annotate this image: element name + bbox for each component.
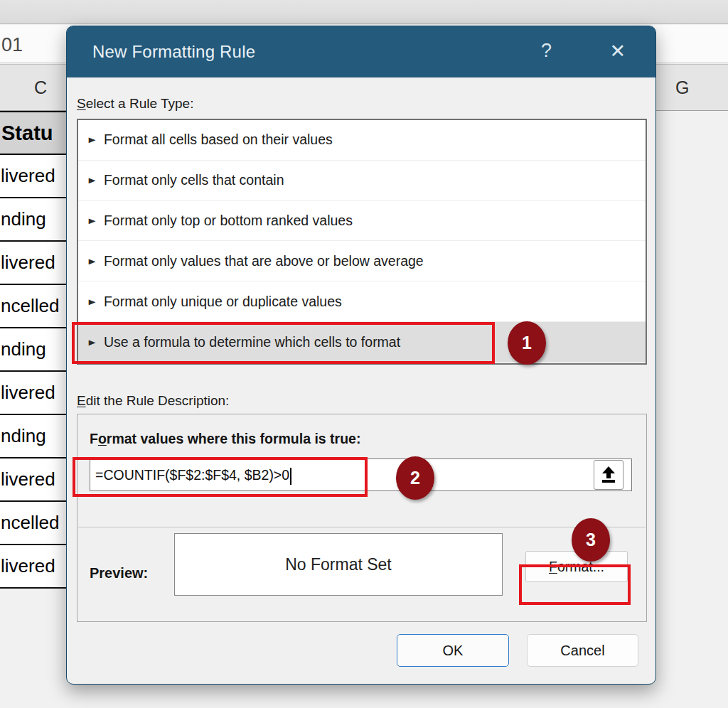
table-cell[interactable]: ncelled <box>0 502 67 545</box>
rule-type-option-unique[interactable]: ► Format only unique or duplicate values <box>78 281 646 322</box>
annotation-badge-step1: 1 <box>508 321 546 365</box>
table-cell[interactable]: livered <box>0 155 67 198</box>
arrow-bullet-icon: ► <box>86 215 97 226</box>
format-preview: No Format Set <box>174 533 503 596</box>
rule-type-option-average[interactable]: ► Format only values that are above or b… <box>78 241 646 281</box>
groupbox-divider <box>78 527 646 527</box>
table-header-cell[interactable]: Statu <box>0 111 67 155</box>
rule-type-option-values[interactable]: ► Format all cells based on their values <box>78 120 646 161</box>
rule-type-option-contain[interactable]: ► Format only cells that contain <box>78 161 646 201</box>
formula-bar-text-fragment: 01 <box>1 34 23 56</box>
label-text: elect a Rule Type: <box>86 96 194 111</box>
accel-letter: E <box>77 393 86 408</box>
annotation-box-step2 <box>73 457 368 497</box>
preview-text: No Format Set <box>285 555 392 574</box>
table-cell[interactable]: ncelled <box>0 285 67 328</box>
table-cell[interactable]: livered <box>0 458 67 502</box>
annotation-box-step3 <box>519 564 631 605</box>
option-label: Format only cells that contain <box>104 172 284 188</box>
close-icon[interactable]: ✕ <box>609 40 626 63</box>
cancel-button[interactable]: Cancel <box>527 634 638 667</box>
rule-type-option-ranked[interactable]: ► Format only top or bottom ranked value… <box>78 201 646 242</box>
option-label: Format only values that are above or bel… <box>104 253 424 269</box>
rule-description-label: Edit the Rule Description: <box>77 393 229 409</box>
help-icon[interactable]: ? <box>541 40 552 62</box>
column-header-c[interactable]: C <box>34 77 47 98</box>
preview-label: Preview: <box>90 565 148 581</box>
annotation-box-step1 <box>72 322 495 364</box>
dialog-title: New Formatting Rule <box>92 42 255 62</box>
table-cell[interactable]: livered <box>0 545 67 589</box>
table-cell[interactable]: nding <box>0 415 67 458</box>
ribbon-bottom-strip <box>0 0 728 24</box>
option-label: Format only top or bottom ranked values <box>104 213 353 229</box>
option-label: Format all cells based on their values <box>104 132 333 148</box>
arrow-bullet-icon: ► <box>86 256 97 267</box>
arrow-bullet-icon: ► <box>86 296 97 307</box>
column-header-g[interactable]: G <box>675 77 689 98</box>
option-label: Format only unique or duplicate values <box>104 294 342 310</box>
label-text: dit the Rule Description: <box>86 393 230 408</box>
formula-prompt-label: Format values where this formula is true… <box>90 431 360 447</box>
table-cell[interactable]: nding <box>0 198 67 242</box>
ok-button[interactable]: OK <box>397 634 509 667</box>
table-cell[interactable]: nding <box>0 328 67 372</box>
dialog-titlebar[interactable]: New Formatting Rule ? ✕ <box>67 26 655 77</box>
accel-letter: S <box>77 96 86 111</box>
status-column-fragment: Statu livered nding livered ncelled ndin… <box>0 111 67 589</box>
collapse-dialog-button[interactable] <box>594 460 623 490</box>
screen: 01 C G Statu livered nding livered ncell… <box>0 0 728 708</box>
annotation-badge-step2: 2 <box>396 456 434 500</box>
arrow-bullet-icon: ► <box>86 134 97 145</box>
accel-letter: o <box>98 431 107 446</box>
rule-type-label: Select a Rule Type: <box>77 96 193 112</box>
table-cell[interactable]: livered <box>0 372 67 415</box>
table-cell[interactable]: livered <box>0 242 67 285</box>
annotation-badge-step3: 3 <box>572 518 610 562</box>
arrow-bullet-icon: ► <box>86 175 97 186</box>
collapse-dialog-icon <box>601 466 616 483</box>
